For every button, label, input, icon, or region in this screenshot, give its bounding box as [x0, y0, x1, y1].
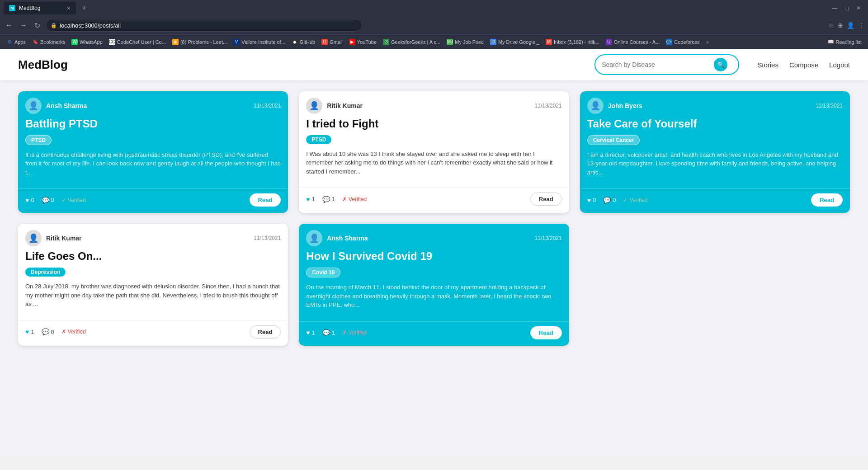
address-bar[interactable]: 🔒 localhost:3000/posts/all	[46, 19, 362, 32]
card-header-2: 👤 Ritik Kumar 11/13/2021	[299, 91, 569, 118]
forward-button[interactable]: →	[18, 19, 29, 31]
active-tab[interactable]: M MedBlog ×	[4, 2, 76, 14]
comments-count-1: 0	[51, 197, 54, 203]
comments-1: 💬 0	[42, 197, 54, 204]
read-button-1[interactable]: Read	[250, 193, 281, 207]
verified-label-5: Verified	[349, 329, 367, 336]
author-name-1: Ansh Sharma	[46, 102, 87, 109]
bookmark-more[interactable]: »	[703, 38, 712, 46]
verified-badge-3: ✓ Verified	[623, 197, 647, 203]
minimize-button[interactable]: —	[832, 5, 837, 11]
disease-tag-3[interactable]: Cervical Cancer	[587, 135, 640, 145]
post-card-3: 👤 John Byers 11/13/2021 Take Care of You…	[580, 91, 850, 213]
bookmark-gmail[interactable]: G Gmail	[319, 38, 345, 46]
card-body-5: How I Survived Covid 19 Covid 19 On the …	[299, 250, 569, 321]
bookmark-gmail-label: Gmail	[330, 39, 343, 45]
nav-logout[interactable]: Logout	[829, 61, 850, 69]
bookmark-vit[interactable]: V Vellore Institute of...	[231, 38, 288, 46]
post-excerpt-1: It is a continuous challenge living with…	[25, 150, 281, 177]
bookmark-gfg[interactable]: G GeeksforGeeks | A c...	[380, 38, 443, 46]
bookmark-codeforces[interactable]: CF Codeforces	[663, 38, 702, 46]
read-button-4[interactable]: Read	[250, 325, 281, 338]
not-verified-x-icon-5: ✗	[342, 329, 347, 336]
bookmark-inbox[interactable]: M Inbox (3,182) - ritik...	[543, 38, 602, 46]
likes-1: ♥ 0	[25, 197, 34, 204]
leetcode-icon: ◈	[172, 39, 179, 45]
post-excerpt-4: On 28 July 2018, my brother was diagnose…	[25, 282, 281, 309]
maximize-button[interactable]: ◻	[844, 5, 849, 11]
likes-count-1: 0	[31, 197, 34, 203]
bookmark-star-icon[interactable]: ☆	[828, 22, 834, 29]
bookmark-bookmarks-label: Bookmarks	[40, 39, 65, 45]
disease-tag-1[interactable]: PTSD	[25, 135, 52, 145]
post-date-4: 11/13/2021	[254, 235, 281, 241]
reload-button[interactable]: ↻	[33, 19, 42, 32]
search-bar: 🔍	[594, 54, 739, 75]
read-button-2[interactable]: Read	[530, 193, 562, 206]
author-name-4: Ritik Kumar	[46, 235, 82, 242]
post-title-2: I tried to Fight	[306, 118, 561, 131]
avatar-4: 👤	[25, 230, 42, 246]
bookmark-icon: 🔖	[32, 39, 38, 45]
post-excerpt-3: I am a director, voiceover artist, and h…	[587, 150, 843, 177]
disease-tag-5[interactable]: Covid 19	[306, 268, 340, 277]
bookmark-inbox-label: Inbox (3,182) - ritik...	[554, 39, 599, 45]
nav-compose[interactable]: Compose	[789, 61, 818, 69]
close-window-button[interactable]: ✕	[856, 5, 861, 11]
bookmark-codechef[interactable]: CC CodeChef User | Co...	[106, 38, 169, 46]
bookmark-whatsapp[interactable]: W WhatsApp	[69, 38, 105, 46]
verified-label-1: Verified	[68, 197, 86, 203]
read-button-3[interactable]: Read	[811, 193, 843, 207]
disease-tag-2[interactable]: PTSD	[306, 135, 331, 144]
comment-icon-5: 💬	[322, 329, 330, 336]
post-card-1: 👤 Ansh Sharma 11/13/2021 Battling PTSD P…	[18, 91, 288, 213]
drive-icon: D	[490, 39, 496, 45]
profile-icon[interactable]: 👤	[847, 22, 854, 29]
bookmark-myjob[interactable]: MJ My Job Feed	[444, 38, 486, 46]
search-input[interactable]	[602, 61, 710, 68]
card-header-1: 👤 Ansh Sharma 11/13/2021	[18, 91, 288, 118]
menu-icon[interactable]: ⋮	[858, 22, 864, 29]
comment-icon-1: 💬	[42, 197, 49, 204]
verified-label-4: Verified	[68, 329, 86, 335]
bookmark-courses[interactable]: U Online Courses - A...	[603, 38, 663, 46]
verified-badge-5: ✗ Verified	[342, 329, 367, 336]
comments-5: 💬 1	[322, 329, 335, 336]
likes-count-2: 1	[312, 196, 315, 202]
bookmark-youtube[interactable]: ▶ YouTube	[346, 38, 379, 46]
github-icon: ◆	[292, 39, 298, 45]
bookmark-reading-list[interactable]: 📖 Reading list	[825, 38, 864, 46]
post-card-2: 👤 Ritik Kumar 11/13/2021 I tried to Figh…	[299, 91, 569, 213]
card-header-4: 👤 Ritik Kumar 11/13/2021	[18, 224, 288, 250]
verified-badge-1: ✓ Verified	[61, 197, 86, 203]
bookmark-leetcode[interactable]: ◈ (8) Problems - Leet...	[170, 38, 230, 46]
likes-count-5: 1	[312, 329, 315, 336]
disease-tag-4[interactable]: Depression	[25, 268, 66, 277]
heart-icon-2: ♥	[306, 196, 310, 203]
bookmark-bookmarks[interactable]: 🔖 Bookmarks	[29, 38, 68, 46]
likes-3: ♥ 0	[587, 197, 596, 204]
comments-count-3: 0	[613, 197, 616, 203]
post-excerpt-5: On the morning of March 11, I stood behi…	[306, 283, 561, 310]
back-button[interactable]: ←	[4, 19, 14, 31]
tab-close-button[interactable]: ×	[67, 5, 71, 12]
youtube-icon: ▶	[349, 39, 355, 45]
avatar-1: 👤	[25, 98, 42, 114]
post-date-5: 11/13/2021	[535, 235, 562, 241]
codeforces-icon: CF	[666, 39, 672, 45]
bookmark-codeforces-label: Codeforces	[674, 39, 699, 45]
author-name-5: Ansh Sharma	[327, 235, 368, 242]
avatar-3: 👤	[587, 98, 604, 114]
read-button-5[interactable]: Read	[530, 326, 562, 339]
not-verified-x-icon-2: ✗	[342, 196, 347, 202]
card-header-3: 👤 John Byers 11/13/2021	[580, 91, 850, 118]
extensions-icon[interactable]: ⊕	[838, 22, 843, 29]
nav-stories[interactable]: Stories	[757, 61, 778, 69]
new-tab-button[interactable]: +	[78, 2, 90, 14]
bookmark-drive[interactable]: D My Drive Google _	[487, 38, 542, 46]
bookmark-apps[interactable]: ⊞ Apps	[4, 38, 28, 46]
comments-count-4: 0	[51, 329, 54, 335]
heart-icon-4: ♥	[25, 328, 29, 335]
bookmark-github[interactable]: ◆ GitHub	[289, 38, 318, 46]
search-button[interactable]: 🔍	[714, 58, 727, 71]
